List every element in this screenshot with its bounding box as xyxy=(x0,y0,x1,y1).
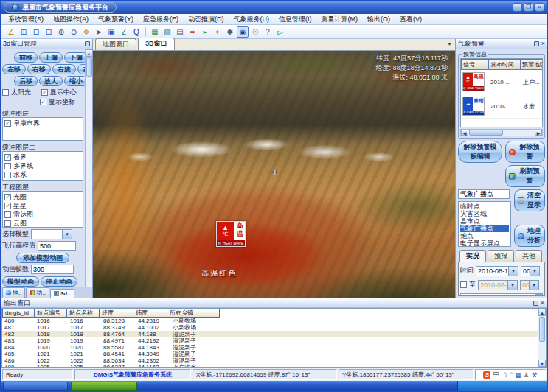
key-icon[interactable]: ✦ xyxy=(212,26,223,38)
layer-item[interactable]: 乡界线 xyxy=(4,161,81,170)
scroll-left-arrow[interactable]: ◀ xyxy=(461,130,468,136)
layer-item[interactable]: 阜康市界 xyxy=(4,119,81,127)
pan-icon[interactable]: ✥ xyxy=(80,26,92,38)
col-station-no[interactable]: 站点编号 xyxy=(34,309,67,318)
chevron-down-icon[interactable]: ▼ xyxy=(529,281,538,290)
sunlight-checkbox[interactable] xyxy=(2,89,9,96)
menu-dynamic[interactable]: 动态推演(D) xyxy=(184,15,229,24)
tab-3d-manage[interactable]: 3d.. xyxy=(50,289,74,298)
tab-map-layers[interactable]: 地.. xyxy=(2,287,25,298)
layer-item[interactable]: 省界 xyxy=(4,153,81,161)
col-dmgis-id[interactable]: dmgis_id xyxy=(2,309,35,318)
exit-icon[interactable]: ▻ xyxy=(274,26,286,38)
left-panel-vscrollbar[interactable]: ▲ xyxy=(85,49,92,287)
layer-checkbox[interactable] xyxy=(4,211,11,218)
warning-row-heat[interactable]: ▲℃ 高温 红 HEAT WAVE 2010-... 上户... xyxy=(461,70,542,94)
warning-table-hscrollbar[interactable]: ◀ ▶ xyxy=(460,129,543,136)
layer-checkbox[interactable] xyxy=(4,120,11,127)
tab-list-dropdown-icon[interactable]: ▼ xyxy=(447,41,452,46)
minimize-button[interactable]: − xyxy=(513,3,522,12)
select-icon[interactable]: ➤ xyxy=(93,26,105,38)
eye-icon[interactable]: ☉ xyxy=(249,26,261,38)
menu-info[interactable]: 信息管理(I) xyxy=(274,15,316,24)
scroll-right-arrow[interactable]: ▶ xyxy=(535,130,542,136)
layer-checkbox[interactable] xyxy=(4,163,11,169)
table-row[interactable]: 4831019101988.497144.2192滋泥泉子 xyxy=(2,337,538,344)
show-coords-checkbox[interactable] xyxy=(40,99,46,105)
layer-item[interactable]: 雷达图 xyxy=(4,210,81,219)
restore-button[interactable]: ❐ xyxy=(524,3,533,12)
zoom-out-icon[interactable]: ⊖ xyxy=(68,26,80,38)
col-warning-area[interactable]: 预警地区 xyxy=(520,59,543,70)
close-icon[interactable]: × xyxy=(541,301,544,306)
help-icon[interactable]: ? xyxy=(262,26,274,38)
col-signal[interactable]: 信号 xyxy=(461,59,489,70)
close-icon[interactable]: × xyxy=(541,41,545,46)
taskbar-green-button[interactable] xyxy=(71,382,137,391)
remove-warning-button[interactable]: 解除预警 xyxy=(505,141,545,163)
table-row[interactable]: 4811017101788.374944.1002小泉牧场 xyxy=(2,324,538,331)
tab-map-window[interactable]: 地图窗口 xyxy=(95,38,136,50)
map-3d-canvas[interactable]: 纬度: 43度57分18.117秒 经度: 88度18分14.871秒 海拔: … xyxy=(93,51,455,298)
wrench-icon[interactable]: ⚒ xyxy=(532,371,538,379)
model-anim-button[interactable]: 模型动画 xyxy=(2,276,39,287)
menu-weather-service[interactable]: 气象服务(U) xyxy=(229,15,274,24)
zoom-out-window-icon[interactable]: ⊟ xyxy=(30,26,42,38)
pin-icon[interactable] xyxy=(534,41,539,46)
table-row[interactable]: 4861022102288.563444.2302滋泥泉子 xyxy=(2,357,538,364)
chevron-down-icon[interactable]: ▼ xyxy=(62,230,72,239)
warning-row-rain[interactable]: ☁ 暴雨 蓝 RAIN STORM 2010-... 水磨... xyxy=(461,94,542,119)
menu-emergency[interactable]: 应急服务(E) xyxy=(139,15,183,24)
poi-item[interactable]: 电子显示屏点 xyxy=(460,239,509,247)
globe-3d-icon[interactable]: ◉ xyxy=(237,26,249,38)
to-checkbox[interactable] xyxy=(460,281,467,288)
chevron-down-icon[interactable]: ▼ xyxy=(507,281,517,290)
tab-functions[interactable]: 功.. xyxy=(26,287,49,298)
punctuation-icon[interactable]: ° xyxy=(510,371,513,379)
snapshot-icon[interactable]: ▨ xyxy=(162,26,173,38)
poi-item[interactable]: 临时点 xyxy=(460,203,509,210)
layer-checkbox[interactable] xyxy=(4,194,11,200)
scroll-thumb[interactable] xyxy=(469,130,503,136)
print-icon[interactable]: ▤ xyxy=(174,26,186,38)
menu-map-ops[interactable]: 地图操作(A) xyxy=(49,15,93,24)
element-list-vscrollbar[interactable]: ▲ xyxy=(535,294,542,295)
frame-count-input[interactable] xyxy=(31,265,74,274)
refresh-warning-button[interactable]: 刷新预警 xyxy=(505,165,545,187)
sogou-icon[interactable]: S xyxy=(483,371,490,379)
scroll-thumb[interactable] xyxy=(539,317,545,342)
col-latitude[interactable]: 纬度 xyxy=(133,309,167,318)
layer-item[interactable]: 云图 xyxy=(4,219,81,228)
zoom-in-window-icon[interactable]: ⊞ xyxy=(18,26,30,38)
poi-item[interactable]: 灾害区域 xyxy=(460,210,509,217)
col-publish-time[interactable]: 发布时间 xyxy=(488,59,521,70)
poi-item[interactable]: 炮点 xyxy=(460,232,509,239)
tab-3d-window[interactable]: 3D窗口 xyxy=(138,38,175,50)
taskbar-tray-area[interactable] xyxy=(457,381,547,391)
vehicle-icon[interactable]: ➠ xyxy=(187,26,198,38)
basemap-icon[interactable]: ▦ xyxy=(149,26,161,38)
menu-measure[interactable]: 测量计算(M) xyxy=(317,15,363,24)
table-row[interactable]: 4891025102588.623744.1152上户沟乡 xyxy=(2,364,538,367)
layer-checkbox[interactable] xyxy=(4,220,11,227)
measure-icon[interactable]: ∠ xyxy=(5,26,17,38)
poi-item[interactable]: 县市点 xyxy=(460,217,509,225)
layer-checkbox[interactable] xyxy=(4,154,11,161)
layer-checkbox[interactable] xyxy=(4,203,11,209)
layer-item[interactable]: 星星 xyxy=(4,201,81,210)
full-extent-icon[interactable]: ▣ xyxy=(105,26,117,38)
stop-anim-button[interactable]: 停止动画 xyxy=(41,276,77,287)
hour-combo[interactable]: 00▼ xyxy=(521,266,540,276)
remove-template-edit-button[interactable]: 解除预警模板编辑 xyxy=(458,141,502,163)
chinese-mode-icon[interactable]: 中 xyxy=(493,370,499,379)
table-row[interactable]: 4841020102088.558744.1843滋泥泉子 xyxy=(2,344,538,351)
zoom-in-3d-button[interactable]: 放大 xyxy=(39,76,63,86)
fullmoon-icon[interactable]: ☽ xyxy=(502,371,507,379)
rotate-right-button[interactable]: 右旋 xyxy=(52,64,76,74)
scroll-up-arrow[interactable]: ▲ xyxy=(86,49,93,57)
zoom-center-icon[interactable]: ⊡ xyxy=(43,26,55,38)
show-center-checkbox[interactable] xyxy=(41,89,48,96)
tab-live[interactable]: 实况 xyxy=(459,250,486,262)
soft-keyboard-icon[interactable]: ▦ xyxy=(515,371,521,379)
heat-wave-warning-marker[interactable]: ▲ ℃ 高温 红 HEAT WAVE xyxy=(216,221,246,247)
